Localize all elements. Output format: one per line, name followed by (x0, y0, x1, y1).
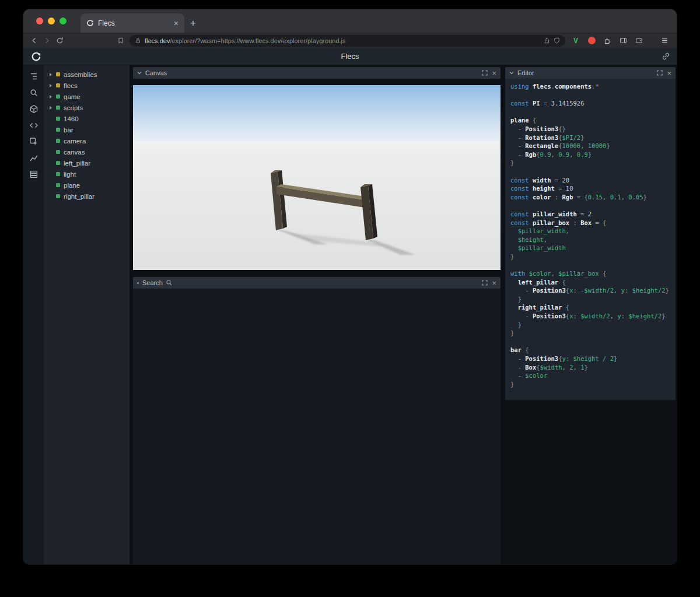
editor-panel-header[interactable]: Editor × (505, 67, 676, 79)
code-line: with $color, $pillar_box { (510, 269, 676, 278)
query-search-icon[interactable] (28, 87, 40, 98)
expand-arrow-icon (50, 172, 52, 177)
sidebar-toggle-icon[interactable] (618, 37, 628, 44)
search-panel: Search × (133, 277, 501, 564)
entity-color-dot (56, 128, 60, 132)
tree-item-left_pillar[interactable]: left_pillar (44, 157, 130, 168)
tree-item-light[interactable]: light (44, 168, 130, 180)
entity-color-dot (56, 94, 60, 99)
expand-arrow-icon (50, 139, 52, 143)
search-panel-title: Search (142, 279, 163, 286)
canvas-viewport[interactable] (133, 79, 501, 270)
memory-rows-icon[interactable] (28, 169, 40, 180)
tree-item-1460[interactable]: 1460 (44, 113, 130, 124)
close-window-button[interactable] (36, 17, 43, 24)
tree-item-right_pillar[interactable]: right_pillar (44, 191, 130, 202)
address-bar[interactable]: flecs.dev/explorer/?wasm=https://www.fle… (130, 35, 565, 47)
code-editor-icon[interactable] (28, 120, 40, 131)
search-results-area[interactable] (133, 289, 501, 564)
script-editor[interactable]: using flecs.components.* const PI = 3.14… (505, 79, 676, 400)
entities-cube-icon[interactable] (28, 104, 40, 114)
tree-item-scripts[interactable]: scripts (44, 102, 130, 113)
chevron-down-icon[interactable] (137, 71, 142, 75)
editor-code[interactable]: using flecs.components.* const PI = 3.14… (505, 79, 676, 388)
code-line: - Rgb{0.9, 0.9, 0.9} (510, 150, 676, 159)
code-line: $height, (510, 236, 676, 244)
entity-color-dot (56, 150, 60, 154)
code-line: - Rotation3{$PI/2} (510, 134, 676, 142)
code-line: } (510, 159, 676, 167)
shield-icon[interactable] (554, 37, 560, 44)
close-panel-icon[interactable]: × (666, 69, 671, 77)
extension-badge-icon[interactable] (586, 37, 597, 44)
canvas-panel: Canvas × (133, 67, 501, 270)
tree-item-bar[interactable]: bar (44, 124, 130, 135)
scene-sky (133, 85, 501, 142)
back-button[interactable] (30, 37, 38, 44)
url-path: /explorer/?wasm=https://www.flecs.dev/ex… (170, 37, 345, 44)
code-line: bar { (510, 346, 676, 354)
tree-item-flecs[interactable]: flecs (44, 80, 130, 91)
inspector-cursor-icon[interactable] (28, 136, 40, 147)
minimize-window-button[interactable] (48, 17, 55, 24)
app-body: assembliesflecsgamescripts1460barcamerac… (23, 65, 677, 564)
entity-color-dot (56, 83, 60, 87)
search-status-dot (137, 282, 139, 284)
page-title: Flecs (23, 52, 677, 61)
expand-arrow-icon (50, 150, 52, 154)
stats-chart-icon[interactable] (28, 153, 40, 163)
tree-item-camera[interactable]: camera (44, 135, 130, 146)
chevron-down-icon[interactable] (509, 71, 514, 75)
code-line: } (510, 252, 676, 261)
reload-button[interactable] (56, 37, 64, 44)
entity-color-dot (56, 172, 60, 176)
close-panel-icon[interactable]: × (491, 69, 496, 77)
code-line: } (510, 329, 676, 338)
close-panel-icon[interactable]: × (491, 279, 496, 287)
share-link-icon[interactable] (662, 52, 670, 61)
tab-title: Flecs (98, 19, 169, 27)
code-line: right_pillar { (510, 303, 676, 312)
extension-v-icon[interactable]: V (570, 37, 581, 45)
expand-panel-icon[interactable] (482, 280, 488, 286)
wallet-icon[interactable] (634, 37, 644, 44)
zoom-window-button[interactable] (60, 17, 66, 24)
search-panel-header[interactable]: Search × (133, 277, 501, 289)
expand-arrow-icon[interactable] (50, 94, 52, 99)
extensions-puzzle-icon[interactable] (602, 37, 612, 44)
menu-icon[interactable] (659, 37, 670, 44)
code-line: - Rectangle{10000, 10000} (510, 142, 676, 150)
code-line: const pillar_width = 2 (510, 210, 676, 219)
expand-arrow-icon (50, 128, 52, 132)
entity-color-dot (56, 194, 60, 198)
code-line (510, 201, 676, 210)
new-tab-button[interactable]: + (190, 18, 196, 28)
expand-arrow-icon[interactable] (50, 72, 52, 77)
browser-tab[interactable]: Flecs × (80, 13, 184, 33)
entity-color-dot (56, 72, 60, 76)
bookmark-icon[interactable] (117, 37, 124, 44)
outline-tree-icon[interactable] (28, 71, 40, 82)
code-line: const color : Rgb = {0.15, 0.1, 0.05} (510, 193, 676, 202)
entity-tree: assembliesflecsgamescripts1460barcamerac… (44, 65, 130, 564)
tree-item-canvas[interactable]: canvas (44, 146, 130, 157)
tree-item-assemblies[interactable]: assemblies (44, 69, 130, 80)
entity-color-dot (56, 139, 60, 143)
share-icon[interactable] (544, 37, 550, 44)
tree-item-game[interactable]: game (44, 91, 130, 102)
magnifier-icon (166, 280, 172, 286)
expand-arrow-icon[interactable] (50, 83, 52, 88)
tab-close-icon[interactable]: × (173, 19, 180, 27)
expand-panel-icon[interactable] (482, 70, 488, 76)
canvas-panel-header[interactable]: Canvas × (133, 67, 501, 79)
canvas-3d-scene[interactable] (133, 85, 501, 270)
url-text: flecs.dev/explorer/?wasm=https://www.fle… (145, 37, 346, 44)
code-line: const pillar_box : Box = { (510, 219, 676, 227)
tree-item-plane[interactable]: plane (44, 180, 130, 191)
code-line (510, 338, 676, 346)
expand-panel-icon[interactable] (657, 70, 663, 76)
tree-item-label: light (64, 171, 76, 178)
expand-arrow-icon[interactable] (50, 106, 52, 110)
window-controls (36, 17, 66, 24)
forward-button[interactable] (43, 37, 51, 44)
